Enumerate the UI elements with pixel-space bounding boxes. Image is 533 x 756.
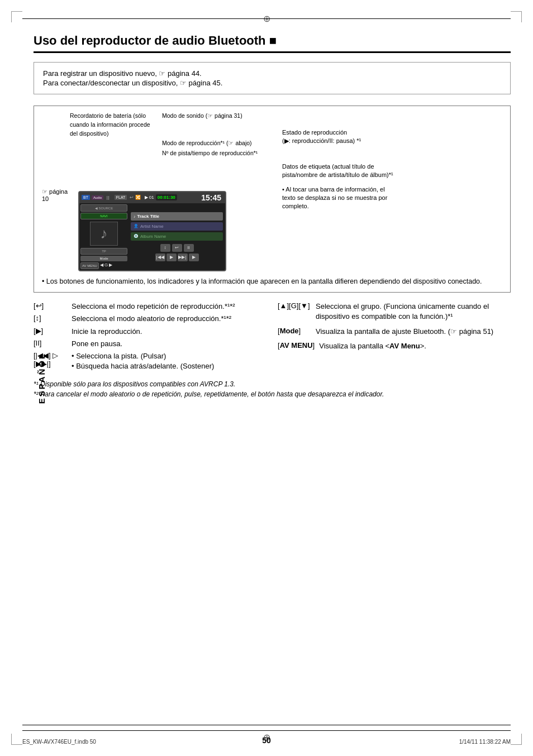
func-desc-skip-hold: • Búsqueda hacia atrás/adelante. (Sosten… (72, 361, 214, 371)
func-desc-avmenu: Visualiza la pantalla <AV Menu>. (319, 341, 426, 351)
page-title: Uso del reproductor de audio Bluetooth (34, 34, 511, 53)
battery-callout: Recordatorio de batería (sólo cuando la … (70, 112, 156, 138)
s-album-name: Album Name (140, 234, 166, 239)
right-callouts: Estado de reproducción (▶: reproducción/… (282, 112, 399, 271)
s-prev-btn[interactable]: ◀ (100, 262, 103, 269)
s-skip-fwd-btn[interactable]: ▶▶| (178, 253, 188, 261)
s-fwd-btn[interactable]: ▶ (189, 253, 199, 261)
spacer-left (70, 139, 156, 148)
s-next-btn[interactable]: ▶ (109, 262, 112, 269)
playback-state-detail: (▶: reproducción/II: pausa) *¹ (282, 137, 399, 145)
corner-mark-tl (11, 11, 22, 22)
s-album-bar[interactable]: 💿 Album Name (131, 232, 223, 241)
s-tp-btn[interactable]: TP (80, 248, 127, 255)
screen-left: ◀ SOURCE NAVI ♪ TP Mode AV MENU ◀ G ▶ (79, 203, 129, 270)
tag-note-callout: • Al tocar una barra de información, el … (282, 185, 399, 211)
playback-state-callout: Estado de reproducción (▶: reproducción/… (282, 128, 399, 146)
track-num-callout: Nº de pista/tiempo de reproducción*¹ (162, 149, 258, 158)
s-mode-btn[interactable]: Mode (80, 256, 127, 261)
func-row-repeat: [↩] Selecciona el modo repetición de rep… (34, 302, 266, 312)
s-shuffle-btn[interactable]: ↕ (160, 244, 170, 252)
s-navi-btn[interactable]: NAVI (80, 213, 127, 219)
func-desc-repeat: Selecciona el modo repetición de reprodu… (72, 302, 235, 312)
footer-line (22, 730, 511, 731)
func-key-skip: [|◀◀] ▷[▶▶|] (34, 351, 67, 368)
s-group-btn[interactable]: G (104, 262, 108, 269)
tag-data-callout: Datos de etiqueta (actual título de pist… (282, 162, 399, 180)
s-badge-bt: BT (82, 195, 90, 200)
s-signal: ||| (106, 195, 109, 199)
s-repeat-btn[interactable]: ↩ (172, 244, 182, 252)
func-desc-skip-pulse: • Selecciona la pista. (Pulsar) (72, 351, 214, 361)
func-key-shuffle: [↕] (34, 314, 67, 322)
main-content: Uso del reproductor de audio Bluetooth P… (34, 34, 511, 722)
s-badge-flat: FLAT (115, 195, 127, 200)
s-icons: ↩ 🔀 (130, 195, 140, 200)
s-track-num: ▶ 01 (145, 195, 154, 200)
callout-row-3: Nº de pista/tiempo de reproducción*¹ (70, 149, 282, 158)
play-mode-callout: Modo de reproducción*¹ (☞ abajo) (162, 139, 252, 148)
func-desc-pause: Pone en pausa. (72, 339, 122, 349)
functions-right-col: [▲][G][▼] Selecciona el grupo. (Funciona… (278, 302, 511, 374)
s-av-menu-btn[interactable]: AV MENU (80, 262, 99, 269)
s-big-time: 15:45 (201, 193, 223, 202)
s-person-icon: 👤 (134, 224, 139, 228)
s-track-title: Track Title (137, 214, 159, 219)
func-key-repeat: [↩] (34, 302, 67, 310)
footnote-2: *² Para cancelar el modo aleatorio o de … (34, 390, 511, 398)
screen-row: ☞ página 10 BT Audio ||| FLAT ↩ 🔀 ▶ 01 0… (42, 160, 282, 271)
func-desc-play: Inicie la reproducción. (72, 327, 142, 337)
func-desc-shuffle: Selecciona el modo aleatorio de reproduc… (72, 314, 231, 324)
func-key-avmenu: [AV MENU] (278, 341, 315, 350)
callout-row-1: Recordatorio de batería (sólo cuando la … (70, 112, 282, 138)
func-key-play: [▶] (34, 327, 67, 335)
top-callout-area: Recordatorio de batería (sólo cuando la … (42, 112, 282, 160)
diagram-wrapper: Recordatorio de batería (sólo cuando la … (34, 106, 511, 293)
s-album-icon: 💿 (134, 234, 139, 238)
functions-grid: [↩] Selecciona el modo repetición de rep… (34, 302, 511, 374)
func-row-group: [▲][G][▼] Selecciona el grupo. (Funciona… (278, 302, 511, 322)
spacer-left2 (70, 149, 156, 158)
functions-table: [↩] Selecciona el modo repetición de rep… (34, 302, 511, 374)
track-num-label: Nº de pista/tiempo de reproducción*¹ (162, 150, 258, 156)
s-playback-controls: ↕ ↩ II (131, 244, 223, 252)
page-footer: ES_KW-AVX746EU_f.indb 50 1/14/11 11:38:2… (0, 739, 533, 745)
bottom-line (22, 725, 511, 725)
play-mode-label: Modo de reproducción*¹ (☞ abajo) (162, 140, 252, 146)
func-desc-group: Selecciona el grupo. (Funciona únicament… (316, 302, 511, 322)
s-note-icon: ♪ (134, 214, 136, 218)
func-row-play: [▶] Inicie la reproducción. (34, 327, 266, 337)
s-play-btn[interactable]: ▶ (166, 253, 177, 261)
sound-mode-label: Modo de sonido (☞ página 31) (162, 112, 242, 119)
s-nav-controls: |◀◀ ▶ ▶▶| ▶ (131, 253, 223, 261)
func-key-mode: [Mode] (278, 327, 311, 335)
info-bullet-2: Para conectar/desconectar un dispositivo… (43, 79, 501, 87)
footer-left-text: ES_KW-AVX746EU_f.indb 50 (22, 739, 96, 745)
s-badge-audio: Audio (92, 195, 103, 200)
s-bottom-controls: AV MENU ◀ G ▶ (80, 262, 127, 269)
info-box: Para registrar un dispositivo nuevo, ☞ p… (34, 62, 511, 94)
func-row-shuffle: [↕] Selecciona el modo aleatorio de repr… (34, 314, 266, 324)
func-row-avmenu: [AV MENU] Visualiza la pantalla <AV Menu… (278, 341, 511, 351)
func-row-skip: [|◀◀] ▷[▶▶|] • Selecciona la pista. (Pul… (34, 351, 266, 371)
tag-note-label: • Al tocar una barra de información, el … (282, 185, 399, 211)
diagram-top-area: Recordatorio de batería (sólo cuando la … (42, 112, 502, 271)
func-key-pause: [II] (34, 339, 67, 347)
left-callout: ☞ página 10 (42, 160, 73, 202)
s-track-title-bar[interactable]: ♪ Track Title (131, 212, 223, 221)
callout-row-2: Modo de reproducción*¹ (☞ abajo) (70, 139, 282, 148)
s-artist-bar[interactable]: 👤 Artist Name (131, 222, 223, 231)
footer-right-text: 1/14/11 11:38:22 AM (459, 739, 511, 745)
s-time: 00:01:30 (156, 194, 177, 200)
s-skip-back-btn[interactable]: |◀◀ (155, 253, 165, 261)
info-bullet-1: Para registrar un dispositivo nuevo, ☞ p… (43, 69, 501, 78)
s-pause-btn[interactable]: II (184, 244, 194, 252)
playback-state-label: Estado de reproducción (282, 128, 399, 137)
screen-box: BT Audio ||| FLAT ↩ 🔀 ▶ 01 00:01:30 15:4… (78, 191, 226, 271)
screen-body: ◀ SOURCE NAVI ♪ TP Mode AV MENU ◀ G ▶ (79, 203, 225, 270)
footnotes: *¹ Disponible sólo para los dispositivos… (34, 380, 511, 398)
func-key-group: [▲][G][▼] (278, 302, 311, 310)
footnote-1: *¹ Disponible sólo para los dispositivos… (34, 380, 511, 388)
sound-mode-callout: Modo de sonido (☞ página 31) (162, 112, 260, 121)
s-source-btn[interactable]: ◀ SOURCE (80, 204, 127, 212)
